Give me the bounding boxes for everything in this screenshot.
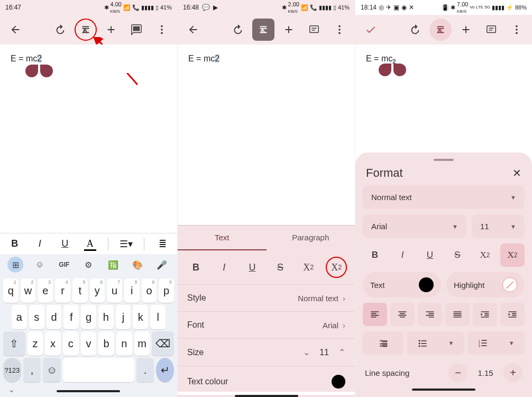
key-x[interactable]: x xyxy=(45,331,61,356)
highlight-pill[interactable]: Highlight xyxy=(446,272,525,297)
key-t[interactable]: t5 xyxy=(72,278,88,303)
mic-icon[interactable]: 🎤 xyxy=(154,257,170,273)
key-q[interactable]: q1 xyxy=(3,278,19,303)
spacing-increase-button[interactable]: + xyxy=(503,363,522,382)
bold-button[interactable]: B xyxy=(7,238,22,249)
overflow-button[interactable] xyxy=(151,19,173,41)
translate-icon[interactable]: 🈯 xyxy=(105,257,121,273)
key-backspace[interactable]: ⌫ xyxy=(152,331,174,356)
key-a[interactable]: a xyxy=(12,305,27,329)
key-j[interactable]: j xyxy=(116,305,131,329)
back-button[interactable] xyxy=(4,19,26,41)
key-m[interactable]: m xyxy=(134,331,150,356)
style-select[interactable]: Normal text ▼ xyxy=(363,185,525,209)
comment-button[interactable] xyxy=(303,19,325,41)
gif-button[interactable]: GIF xyxy=(56,257,72,273)
italic-button[interactable]: I xyxy=(390,243,415,267)
font-row[interactable]: Font Arial› xyxy=(178,311,355,338)
key-emoji[interactable]: ☺ xyxy=(43,358,61,382)
key-g[interactable]: g xyxy=(81,305,96,329)
key-y[interactable]: y6 xyxy=(90,278,105,303)
comment-button[interactable] xyxy=(125,19,148,41)
palette-icon[interactable]: 🎨 xyxy=(130,257,145,273)
overflow-button[interactable] xyxy=(506,19,528,41)
underline-button[interactable]: U xyxy=(418,243,442,267)
key-comma[interactable]: , xyxy=(23,358,41,382)
subscript-button[interactable]: X2 xyxy=(500,243,525,267)
indent-decrease-button[interactable] xyxy=(473,303,497,326)
italic-button[interactable]: I xyxy=(214,257,235,278)
indent-increase-button[interactable] xyxy=(500,303,525,326)
text-colour-row[interactable]: Text colour xyxy=(178,366,355,392)
key-v[interactable]: v xyxy=(81,331,97,356)
key-k[interactable]: k xyxy=(133,305,148,329)
bold-button[interactable]: B xyxy=(363,243,387,267)
add-button[interactable] xyxy=(100,19,122,41)
key-i[interactable]: i8 xyxy=(124,278,140,303)
undo-button[interactable] xyxy=(227,19,249,41)
settings-icon[interactable]: ⚙ xyxy=(80,257,96,273)
format-button[interactable] xyxy=(75,19,97,41)
keyboard-collapse-icon[interactable]: ⌄ xyxy=(8,385,15,394)
back-button[interactable] xyxy=(182,19,204,41)
nav-pill[interactable] xyxy=(235,395,298,397)
format-button[interactable] xyxy=(252,19,274,41)
style-row[interactable]: Style Normal text› xyxy=(178,284,355,311)
bullet-list-button[interactable]: ▼ xyxy=(407,331,464,355)
spacing-decrease-button[interactable]: − xyxy=(448,363,467,382)
document-area[interactable]: E = mc2 xyxy=(0,44,177,73)
undo-button[interactable] xyxy=(404,19,426,41)
key-space[interactable] xyxy=(63,358,134,382)
nav-pill[interactable] xyxy=(412,389,475,391)
align-button[interactable]: ☰▾ xyxy=(119,238,134,250)
key-d[interactable]: d xyxy=(47,305,62,329)
superscript-button[interactable]: X2 xyxy=(298,257,319,278)
add-button[interactable] xyxy=(278,19,300,41)
key-period[interactable]: . xyxy=(136,358,154,382)
align-justify-button[interactable] xyxy=(445,303,470,326)
bold-button[interactable]: B xyxy=(186,257,207,278)
key-b[interactable]: b xyxy=(98,331,114,356)
document-area[interactable]: E = mc2 xyxy=(178,44,355,73)
size-select[interactable]: 11 ▼ xyxy=(472,214,525,238)
undo-button[interactable] xyxy=(49,19,71,41)
nav-pill[interactable] xyxy=(57,390,120,392)
sticker-icon[interactable]: ☺ xyxy=(32,257,48,273)
font-select[interactable]: Arial ▼ xyxy=(363,214,466,238)
underline-button[interactable]: U xyxy=(58,238,72,249)
done-button[interactable] xyxy=(360,19,382,41)
keyboard[interactable]: q1 w2 e3 r4 t5 y6 u7 i8 o9 p0 a s d f g … xyxy=(0,275,177,397)
strike-button[interactable]: S xyxy=(445,243,470,267)
italic-button[interactable]: I xyxy=(33,238,48,249)
document-area[interactable]: E = mc2 xyxy=(355,44,532,74)
text-color-pill[interactable]: Text xyxy=(363,272,441,297)
close-button[interactable]: ✕ xyxy=(512,167,521,179)
overflow-button[interactable] xyxy=(328,19,351,41)
key-r[interactable]: r4 xyxy=(55,278,70,303)
comment-button[interactable] xyxy=(480,19,502,41)
key-p[interactable]: p0 xyxy=(159,278,174,303)
superscript-button[interactable]: X2 xyxy=(473,243,497,267)
key-e[interactable]: e3 xyxy=(38,278,53,303)
add-button[interactable] xyxy=(455,19,477,41)
grid-icon[interactable]: ⊞ xyxy=(7,257,23,273)
key-symbols[interactable]: ?123 xyxy=(3,358,21,382)
align-center-button[interactable] xyxy=(390,303,415,326)
key-l[interactable]: l xyxy=(150,305,166,329)
subscript-button[interactable]: X2 xyxy=(326,257,347,278)
align-left-button[interactable] xyxy=(363,303,387,326)
selection-handles[interactable] xyxy=(25,65,53,79)
key-enter[interactable]: ↵ xyxy=(156,358,174,382)
drag-handle[interactable] xyxy=(434,159,454,161)
key-c[interactable]: c xyxy=(63,331,79,356)
key-u[interactable]: u7 xyxy=(107,278,122,303)
align-right-button[interactable] xyxy=(418,303,442,326)
text-color-button[interactable]: A xyxy=(83,238,98,249)
key-w[interactable]: w2 xyxy=(21,278,36,303)
size-decrease-button[interactable]: ⌄ xyxy=(303,347,310,357)
key-h[interactable]: h xyxy=(98,305,114,329)
key-s[interactable]: s xyxy=(29,305,44,329)
key-shift[interactable]: ⇧ xyxy=(3,331,25,356)
strike-button[interactable]: S xyxy=(270,257,291,278)
size-increase-button[interactable]: ⌃ xyxy=(338,347,345,357)
